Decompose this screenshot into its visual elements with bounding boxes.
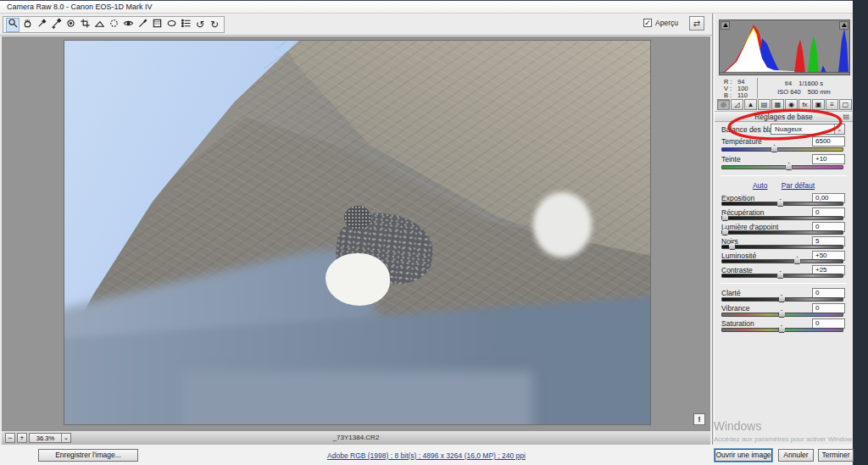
slider-value-input[interactable]: 6500 (812, 136, 845, 147)
tool-preferences[interactable] (179, 18, 192, 32)
dialog-footer: Adobe RGB (1998) ; 8 bit(s) ; 4896 x 326… (0, 445, 853, 465)
straighten-icon (94, 17, 105, 32)
slider-track[interactable] (721, 216, 843, 220)
slider-thumb[interactable] (778, 295, 786, 302)
preview-checkbox[interactable]: ✓ (643, 19, 652, 27)
tab-split-toning[interactable]: ▦ (771, 99, 784, 110)
open-image-button[interactable]: Ouvrir une image (715, 449, 772, 462)
tool-hand[interactable] (20, 18, 34, 32)
photo-preview[interactable] (64, 40, 651, 425)
tool-radial-filter[interactable] (164, 18, 178, 32)
tool-crop[interactable] (78, 18, 92, 32)
histogram (719, 19, 850, 75)
slider-thumb[interactable] (771, 145, 778, 152)
adjustments-panel: R :94 V :100 B :110 f/41/1600 s ISO 6405… (715, 14, 853, 445)
tab-presets[interactable]: ≡ (826, 99, 838, 110)
white-balance-select[interactable]: Nuageux ⌄ (771, 124, 845, 135)
slider-track[interactable] (721, 297, 843, 302)
zoom-out-button[interactable]: − (5, 433, 15, 443)
red-eye-icon (123, 17, 134, 32)
slider-thumb[interactable] (793, 257, 801, 264)
tool-targeted-adjustment[interactable] (64, 18, 77, 32)
slider-thumb[interactable] (776, 199, 784, 207)
rotate-left-icon: ↺ (196, 19, 204, 30)
zoom-in-button[interactable]: + (17, 433, 27, 443)
color-sampler-icon (51, 17, 62, 32)
slider-group-presence: Clarté0Vibrance0Saturation0 (720, 289, 848, 335)
camera-raw-dialog: Camera Raw 8.0 - Canon EOS-1D Mark IV ↺↻… (0, 0, 853, 465)
slider-thumb[interactable] (778, 325, 786, 333)
slider-row: Luminosité+50 (720, 252, 848, 266)
panel-divider (712, 14, 715, 445)
tab-snapshots[interactable]: ▢ (839, 99, 852, 110)
tone-links: Auto Par défaut (720, 181, 848, 191)
tab-detail[interactable]: ▲ (744, 99, 757, 110)
cancel-button[interactable]: Annuler (778, 449, 814, 462)
default-link[interactable]: Par défaut (782, 181, 815, 190)
snapshots-icon: ▢ (843, 101, 849, 108)
slider-row: Contraste+25 (720, 266, 848, 280)
fullscreen-icon: ⇄ (693, 19, 700, 28)
tool-red-eye[interactable] (121, 18, 135, 32)
slider-track[interactable] (721, 274, 843, 278)
slider-track[interactable] (721, 202, 843, 206)
warning-button[interactable]: ! (693, 413, 705, 425)
zoom-level-select[interactable]: 36.3% ⌄ (29, 433, 71, 443)
detail-icon: ▲ (748, 101, 754, 108)
tool-color-sampler[interactable] (49, 18, 63, 32)
tool-zoom[interactable] (6, 18, 19, 32)
panel-header: Réglages de base ▤ (715, 111, 853, 122)
slider-track[interactable] (721, 230, 843, 235)
tab-tone-curve[interactable]: ◿ (731, 99, 743, 110)
tool-spot-removal[interactable] (107, 18, 120, 32)
slider-value-input[interactable]: +10 (812, 154, 845, 164)
panel-tabs: ◎◿▲▤▦◉fx▣≡▢ (717, 99, 852, 110)
image-canvas[interactable]: ! (2, 36, 710, 430)
tool-straighten[interactable] (92, 18, 106, 32)
slider-label: Clarté (721, 289, 741, 297)
auto-link[interactable]: Auto (753, 181, 768, 190)
slider-track[interactable] (721, 259, 843, 263)
tool-white-balance[interactable] (35, 18, 48, 32)
spot-removal-icon (108, 17, 120, 32)
photo-foreground-blur (181, 371, 533, 425)
slider-track[interactable] (721, 165, 843, 169)
done-button[interactable]: Terminer (818, 449, 854, 462)
hand-icon (22, 17, 33, 32)
slider-track[interactable] (721, 245, 843, 249)
tool-graduated-filter[interactable] (150, 18, 164, 32)
slider-thumb[interactable] (776, 271, 784, 279)
shadow-clipping-toggle[interactable] (721, 21, 730, 30)
tab-camera-calibration[interactable]: ▣ (812, 99, 825, 110)
preview-label: Aperçu (655, 19, 678, 27)
chevron-down-icon: ⌄ (834, 125, 844, 134)
panel-menu-icon[interactable]: ▤ (843, 112, 849, 122)
slider-thumb[interactable] (785, 163, 793, 170)
triangle-icon (842, 23, 847, 27)
tab-basic[interactable]: ◎ (717, 99, 730, 110)
desktop-background (853, 0, 868, 465)
tool-rotate-right[interactable]: ↻ (208, 18, 221, 32)
highlight-clipping-toggle[interactable] (839, 21, 849, 30)
zoom-icon (8, 17, 19, 32)
slider-track[interactable] (721, 328, 843, 332)
tab-effects[interactable]: fx (798, 99, 811, 110)
effects-icon: fx (802, 101, 807, 108)
slider-track[interactable] (721, 313, 843, 317)
tone-curve-icon: ◿ (734, 101, 739, 108)
fullscreen-toggle-button[interactable]: ⇄ (689, 16, 704, 30)
tab-hsl-grayscale[interactable]: ▤ (758, 99, 771, 110)
preview-control[interactable]: ✓ Aperçu (643, 19, 678, 27)
presets-icon: ≡ (830, 101, 834, 108)
basic-icon: ◎ (721, 101, 726, 108)
tool-adjustment-brush[interactable] (136, 18, 149, 32)
save-image-button[interactable]: Enregistrer l'image... (38, 449, 138, 462)
iso-value: ISO 640 (777, 88, 801, 96)
slider-thumb[interactable] (778, 310, 786, 318)
slider-group-wb: Température6500Teinte+10 (720, 137, 848, 173)
tool-rotate-left[interactable]: ↺ (193, 18, 207, 32)
tab-lens-corrections[interactable]: ◉ (785, 99, 798, 110)
camera-calibration-icon: ▣ (815, 101, 822, 108)
slider-track[interactable] (721, 147, 843, 152)
zoom-level-value: 36.3% (30, 435, 61, 442)
